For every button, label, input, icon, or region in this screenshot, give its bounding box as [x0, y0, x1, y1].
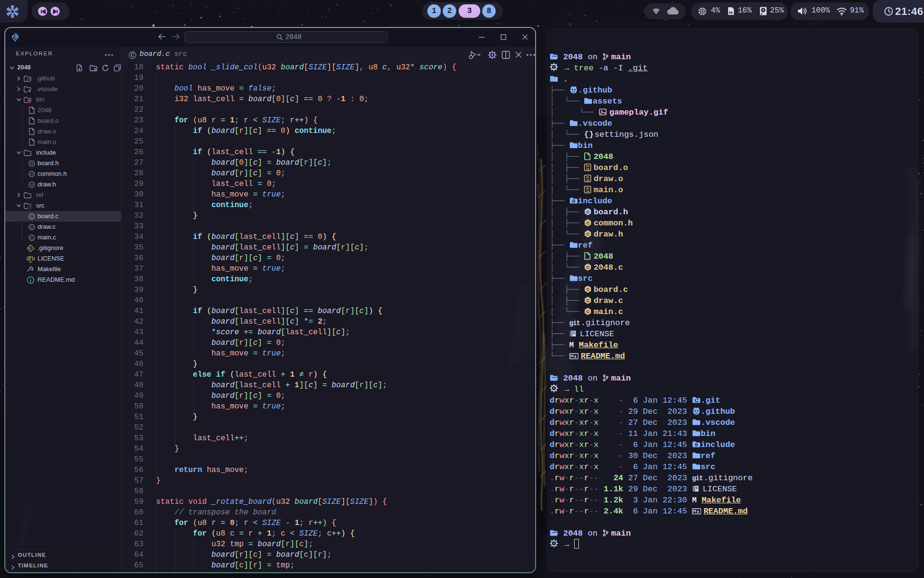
- svg-text:C: C: [30, 236, 33, 240]
- svg-text:(): (): [27, 206, 31, 210]
- svg-text:C: C: [30, 225, 33, 230]
- svg-text:10: 10: [586, 168, 590, 171]
- svg-text:H: H: [30, 161, 33, 166]
- svg-text:C: C: [587, 231, 590, 236]
- svg-text:C: C: [587, 220, 590, 225]
- svg-text:C: C: [587, 298, 590, 303]
- svg-text:H: H: [30, 172, 33, 177]
- svg-text:C: C: [131, 53, 134, 58]
- svg-text:C: C: [587, 309, 590, 314]
- svg-text:10: 10: [586, 190, 590, 193]
- svg-text:H: H: [30, 183, 33, 187]
- svg-text:10: 10: [586, 179, 590, 182]
- svg-text:C: C: [587, 287, 590, 292]
- svg-text:C: C: [587, 209, 590, 214]
- svg-text:C: C: [587, 264, 590, 270]
- svg-text:C: C: [30, 214, 33, 219]
